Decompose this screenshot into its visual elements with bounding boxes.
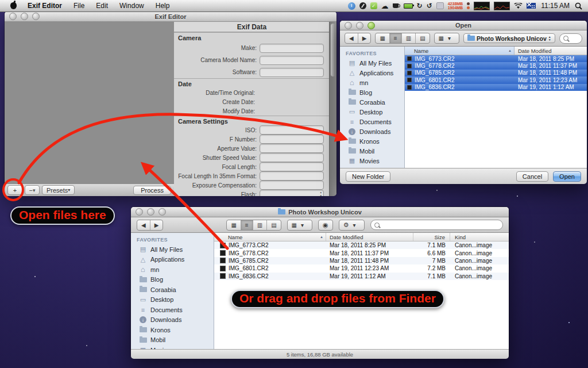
column-header-name[interactable]: Name▲ (405, 47, 514, 55)
sidebar-item-desktop[interactable]: Desktop (340, 107, 404, 117)
remove-files-button[interactable]: −▾ (25, 185, 40, 195)
make-field[interactable] (260, 44, 324, 53)
back-button[interactable]: ◀ (137, 220, 150, 230)
sidebar-item-all-my-files[interactable]: All My Files (340, 58, 404, 68)
open-dialog-titlebar[interactable]: Open (340, 21, 587, 30)
menu-app[interactable]: Exif Editor (22, 0, 67, 12)
file-row[interactable]: IMG_6773.CR2Mar 18, 2011 8:25 PM7.1 MBCa… (214, 241, 509, 249)
sidebar-item-home[interactable]: mn (340, 78, 404, 87)
status-check-icon[interactable]: ✓ (370, 2, 377, 9)
input-language-flag-icon[interactable] (527, 3, 536, 9)
list-view-button[interactable]: ≡ (241, 220, 253, 230)
sidebar-item-mobil[interactable]: Mobil (131, 335, 214, 346)
process-button[interactable]: Process (133, 186, 171, 195)
sync-icon[interactable] (417, 1, 423, 10)
battery-icon[interactable] (404, 3, 413, 9)
software-field[interactable] (260, 68, 324, 77)
apple-menu[interactable] (6, 0, 21, 12)
file-row[interactable]: IMG_6778.CR2Mar 18, 2011 11:37 PM6.6 MBC… (214, 249, 509, 256)
spotlight-icon[interactable] (575, 1, 582, 10)
sidebar-item-kronos[interactable]: Kronos (340, 136, 404, 146)
menu-file[interactable]: File (68, 0, 90, 12)
icon-view-button[interactable]: ▦ (227, 220, 240, 230)
sidebar-item-kronos[interactable]: Kronos (131, 325, 214, 335)
icon-view-button[interactable]: ▦ (376, 33, 389, 43)
file-row[interactable]: IMG_6801.CR2Mar 19, 2011 12:23 AM7.2 MBC… (214, 264, 509, 272)
file-list-pane[interactable] (5, 22, 175, 183)
add-files-button[interactable]: + (7, 185, 22, 195)
coverflow-view-button[interactable]: ▤ (415, 33, 429, 43)
column-header-size[interactable]: Size (413, 233, 450, 241)
memory-usage[interactable]: 4238MB1904MB (448, 2, 463, 10)
file-row[interactable]: IMG_6785.CR2Mar 18, 2011 11:48 PM7 MBCan… (214, 257, 509, 264)
coverflow-view-button[interactable]: ▤ (266, 220, 280, 230)
column-header-date[interactable]: Date Modified (326, 233, 413, 241)
menu-edit[interactable]: Edit (91, 0, 113, 12)
arrange-button[interactable]: ▦ ▾ (288, 220, 312, 230)
focal-length-35mm-field[interactable] (260, 171, 324, 181)
sidebar-item-desktop[interactable]: Desktop (131, 295, 214, 305)
dropbox-icon[interactable] (436, 2, 444, 9)
file-row[interactable]: IMG_6836.CR2Mar 19, 2011 1:12 AM7.1 MBCa… (214, 273, 509, 280)
file-row[interactable]: IMG_6778.CR2Mar 18, 2011 11:37 PM (405, 62, 587, 69)
activity-dots-icon[interactable] (467, 2, 470, 9)
time-machine-icon[interactable] (427, 1, 432, 10)
cloud-icon[interactable] (381, 1, 389, 10)
file-row[interactable]: IMG_6785.CR2Mar 18, 2011 11:48 PM (405, 70, 587, 76)
sidebar-item-all-my-files[interactable]: All My Files (131, 244, 214, 255)
exposure-compensation-field[interactable] (260, 181, 324, 190)
scrollbar[interactable] (329, 22, 336, 196)
column-view-button[interactable]: ▥ (401, 33, 415, 43)
fnumber-field[interactable] (260, 135, 324, 144)
iso-field[interactable] (260, 125, 324, 135)
sidebar-item-mobil[interactable]: Mobil (340, 146, 404, 156)
clock-menu-icon[interactable] (348, 2, 355, 10)
action-gear-button[interactable]: ▾ (339, 220, 364, 230)
compass-menu-icon[interactable] (359, 2, 366, 9)
shutter-speed-field[interactable] (260, 153, 324, 162)
sidebar-item-coraabia[interactable]: Coraabia (131, 285, 214, 295)
quick-look-button[interactable] (319, 220, 332, 230)
back-button[interactable]: ◀ (345, 33, 358, 43)
menu-window[interactable]: Window (114, 0, 149, 12)
sidebar-item-movies[interactable]: Movies (131, 345, 214, 349)
open-button[interactable]: Open (553, 171, 581, 182)
column-header-kind[interactable]: Kind (450, 233, 509, 241)
aperture-field[interactable] (260, 144, 324, 153)
sidebar-item-blog[interactable]: Blog (131, 275, 214, 285)
wifi-icon[interactable] (514, 1, 523, 10)
menu-help[interactable]: Help (150, 0, 175, 12)
camera-model-field[interactable] (260, 56, 324, 65)
search-field[interactable] (370, 220, 503, 230)
focal-length-field[interactable] (260, 162, 324, 171)
scrollbar-thumb[interactable] (331, 24, 335, 76)
sidebar-item-home[interactable]: mn (131, 264, 214, 275)
new-folder-button[interactable]: New Folder (346, 171, 390, 182)
sidebar-item-applications[interactable]: Applications (131, 255, 214, 265)
arrange-button[interactable]: ▦ ▾ (435, 33, 459, 43)
sidebar-item-coraabia[interactable]: Coraabia (340, 97, 404, 107)
finder-titlebar[interactable]: Photo Workshop Unicov (131, 207, 509, 217)
forward-button[interactable]: ▶ (358, 33, 371, 43)
cancel-button[interactable]: Cancel (516, 171, 548, 182)
column-header-date[interactable]: Date Modified (514, 48, 587, 54)
cup-icon[interactable] (393, 3, 399, 8)
presets-button[interactable]: Presets (42, 185, 75, 195)
sidebar-item-downloads[interactable]: Downloads (131, 315, 214, 325)
sidebar-item-applications[interactable]: Applications (340, 68, 404, 78)
column-header-name[interactable]: Name▲ (214, 233, 326, 241)
file-row[interactable]: IMG_6836.CR2Mar 19, 2011 1:12 AM (405, 84, 587, 91)
exif-editor-titlebar[interactable]: Exif Editor (5, 12, 336, 22)
sidebar-item-downloads[interactable]: Downloads (340, 126, 404, 136)
search-field[interactable] (559, 33, 582, 44)
file-row[interactable]: IMG_6801.CR2Mar 19, 2011 12:23 AM (405, 76, 587, 83)
forward-button[interactable]: ▶ (150, 220, 163, 230)
list-view-button[interactable]: ≡ (389, 33, 401, 43)
location-popup[interactable]: Photo Workshop Unicov ▲▼ (463, 33, 555, 43)
flash-select[interactable] (260, 190, 324, 196)
network-graph-icon[interactable] (494, 2, 510, 10)
sidebar-item-movies[interactable]: Movies (340, 156, 404, 166)
file-row[interactable]: IMG_6773.CR2Mar 18, 2011 8:25 PM (405, 55, 587, 62)
sidebar-item-documents[interactable]: Documents (131, 305, 214, 315)
menu-clock[interactable]: 11:15 AM (540, 2, 571, 10)
